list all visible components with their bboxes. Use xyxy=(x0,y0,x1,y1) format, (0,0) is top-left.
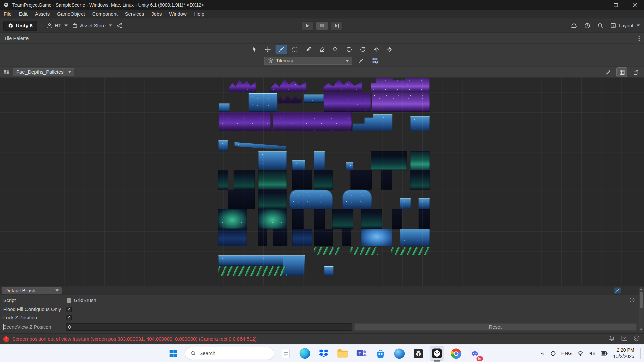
palette-tile[interactable] xyxy=(292,229,312,246)
eraser-tool[interactable] xyxy=(316,45,328,54)
taskbar-app-edge[interactable] xyxy=(298,346,312,361)
palette-tile[interactable] xyxy=(219,112,271,131)
palette-tile[interactable] xyxy=(372,93,430,112)
palette-tile[interactable] xyxy=(218,209,246,229)
taskbar-app-unity-hub[interactable] xyxy=(411,346,425,361)
wifi-icon[interactable] xyxy=(577,351,584,356)
brush-dropdown[interactable]: Default Brush xyxy=(2,287,62,294)
flood-fill-checkbox[interactable] xyxy=(66,307,72,312)
palette-tile[interactable] xyxy=(342,190,372,209)
taskbar-app-dropbox[interactable] xyxy=(316,346,331,361)
presets-button[interactable] xyxy=(629,297,635,303)
fill-tool[interactable] xyxy=(330,45,341,54)
palette-tile[interactable] xyxy=(228,190,255,209)
tray-chevron-icon[interactable] xyxy=(540,351,545,356)
palette-tile[interactable] xyxy=(350,247,378,255)
palette-tile[interactable] xyxy=(371,78,430,93)
palette-tile[interactable] xyxy=(392,209,402,229)
status-bar[interactable]: Screen position out of view frustum (scr… xyxy=(0,333,644,344)
palette-tile[interactable] xyxy=(258,170,286,190)
panel-menu-icon[interactable] xyxy=(638,35,640,42)
palette-tile[interactable] xyxy=(218,229,246,246)
volume-muted-icon[interactable] xyxy=(589,351,596,356)
palette-tile[interactable] xyxy=(314,170,333,190)
menu-gameobject[interactable]: GameObject xyxy=(53,10,89,18)
grid-toggle-button[interactable] xyxy=(617,68,627,77)
palette-tile[interactable] xyxy=(324,266,333,276)
play-button[interactable] xyxy=(301,21,314,30)
show-desktop-button[interactable] xyxy=(640,348,642,359)
taskbar-app-notes[interactable] xyxy=(278,346,293,361)
taskbar-app-teams[interactable]: T xyxy=(354,346,369,361)
select-tool[interactable] xyxy=(249,45,260,54)
palette-tile[interactable] xyxy=(218,266,286,276)
palette-tile[interactable] xyxy=(324,93,371,112)
paint-with-active-brush-button[interactable] xyxy=(356,56,366,65)
scroll-up-icon[interactable] xyxy=(640,288,642,290)
maximize-button[interactable] xyxy=(606,0,625,10)
menu-help[interactable]: Help xyxy=(191,10,208,18)
menu-jobs[interactable]: Jobs xyxy=(148,10,165,18)
brush-help-button[interactable] xyxy=(614,287,621,294)
taskbar-app-store[interactable] xyxy=(373,346,388,361)
palette-tile[interactable] xyxy=(391,247,430,255)
tilemap-dropdown[interactable]: Tilemap xyxy=(264,57,352,65)
taskbar-app-explorer[interactable] xyxy=(335,346,350,361)
inspector-scrollbar[interactable] xyxy=(639,287,643,332)
cloud-button[interactable] xyxy=(570,22,578,28)
battery-icon[interactable] xyxy=(601,351,608,356)
rotate-ccw-tool[interactable] xyxy=(343,45,355,54)
palette-tile[interactable] xyxy=(258,190,286,209)
rotate-cw-tool[interactable] xyxy=(357,45,368,54)
palette-tile[interactable] xyxy=(234,141,286,150)
scrollbar-thumb[interactable] xyxy=(640,292,643,308)
taskbar-app-discord[interactable]: 9+ xyxy=(467,346,482,361)
taskbar-app-blue-circle[interactable] xyxy=(392,346,407,361)
notifications-muted-icon[interactable] xyxy=(609,335,615,342)
palette-tile[interactable] xyxy=(292,160,305,171)
palette-tile[interactable] xyxy=(400,229,430,246)
palette-tile[interactable] xyxy=(323,78,362,93)
palette-tile[interactable] xyxy=(381,170,392,190)
palette-tile[interactable] xyxy=(346,162,353,170)
palette-tile[interactable] xyxy=(218,140,228,151)
taskbar-search[interactable]: Search xyxy=(185,347,274,360)
minimize-button[interactable] xyxy=(587,0,606,10)
status-ok-icon[interactable] xyxy=(633,335,640,342)
error-message[interactable]: Screen position out of view frustum (scr… xyxy=(12,336,257,342)
taskbar-clock[interactable]: 2:20 PM 10/2/2025 xyxy=(613,347,634,360)
menu-file[interactable]: File xyxy=(0,10,15,18)
scroll-down-icon[interactable] xyxy=(640,329,642,331)
tilemap-settings-button[interactable] xyxy=(370,56,380,65)
palette-tile[interactable] xyxy=(219,104,230,112)
menu-edit[interactable]: Edit xyxy=(15,10,31,18)
palette-dropdown[interactable]: Fae_Depths_Palletes xyxy=(13,68,74,76)
close-button[interactable] xyxy=(625,0,644,10)
palette-tile[interactable] xyxy=(361,209,382,229)
script-value[interactable]: GridBrush xyxy=(74,298,96,303)
palette-tile[interactable] xyxy=(229,78,256,93)
palette-tile[interactable] xyxy=(410,116,430,131)
palette-tile[interactable] xyxy=(314,209,325,229)
search-button[interactable] xyxy=(597,22,604,29)
palette-tile[interactable] xyxy=(258,151,286,171)
layout-dropdown[interactable]: Layout xyxy=(610,22,640,28)
palette-tile[interactable] xyxy=(342,229,351,246)
step-button[interactable] xyxy=(331,21,343,30)
palette-tile[interactable] xyxy=(249,93,277,112)
start-button[interactable] xyxy=(166,346,181,361)
palette-tile[interactable] xyxy=(273,229,287,246)
menu-assets[interactable]: Assets xyxy=(31,10,53,18)
palette-tile[interactable] xyxy=(258,209,286,229)
pause-button[interactable] xyxy=(316,21,328,30)
language-indicator[interactable]: ENG xyxy=(561,351,572,356)
palette-tile[interactable] xyxy=(410,170,430,190)
palette-tile[interactable] xyxy=(258,229,267,246)
palette-tile[interactable] xyxy=(273,112,352,131)
palette-tile[interactable] xyxy=(361,229,392,246)
palette-tile[interactable] xyxy=(400,198,411,209)
lock-z-checkbox[interactable] xyxy=(66,315,72,320)
edit-palette-button[interactable] xyxy=(603,68,613,77)
palette-tile[interactable] xyxy=(350,170,372,190)
brush-tool[interactable] xyxy=(276,45,287,54)
